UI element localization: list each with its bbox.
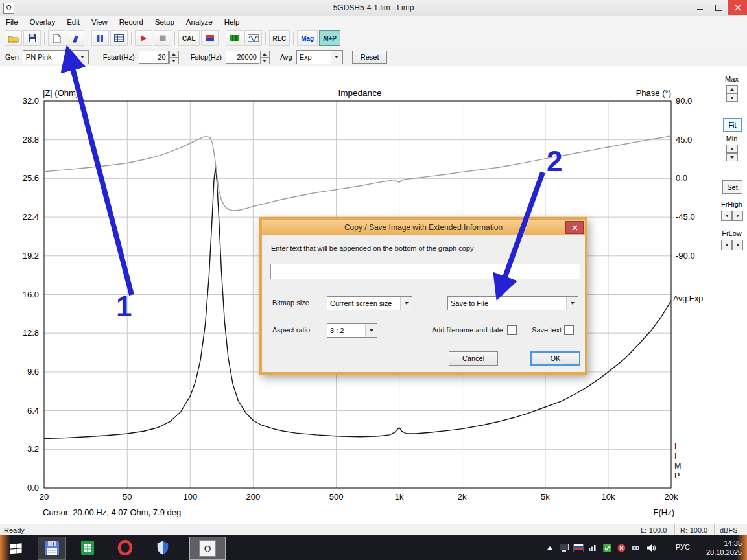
hidden-icons-button[interactable] — [545, 542, 555, 553]
taskbar-clock[interactable]: 14:35 28.10.2025 — [706, 539, 742, 557]
fstop-input[interactable] — [226, 51, 259, 64]
x-tick-label: 100 — [183, 492, 197, 502]
taskbar-defender-button[interactable] — [149, 537, 176, 559]
menu-record[interactable]: Record — [113, 17, 149, 27]
min-down-button[interactable] — [726, 153, 738, 161]
aspect-ratio-dropdown[interactable]: 3 : 2 — [327, 323, 377, 338]
frhigh-left-button[interactable] — [721, 211, 732, 221]
save-destination-dropdown[interactable]: Save to File — [447, 296, 578, 310]
tray-network-icon[interactable] — [587, 542, 598, 553]
tray-flag-ru-icon[interactable] — [573, 542, 584, 553]
add-filename-date-label: Add filename and date — [416, 326, 503, 334]
mag-button[interactable]: Mag — [297, 30, 318, 46]
cal-button[interactable]: CAL — [178, 30, 200, 46]
fstop-down-button[interactable] — [260, 57, 270, 64]
left-tick-label: 22.4 — [23, 212, 39, 222]
x-tick-label: 10k — [601, 492, 615, 502]
menu-setup[interactable]: Setup — [149, 17, 180, 27]
tray-usb-icon[interactable] — [630, 542, 641, 553]
save-button[interactable] — [23, 30, 41, 46]
menu-bar: File Overlay Edit View Record Setup Anal… — [0, 16, 747, 29]
copy-image-button[interactable] — [48, 30, 65, 46]
minimize-button[interactable] — [691, 0, 709, 15]
generator-button[interactable] — [226, 30, 243, 46]
dialog-title-bar[interactable]: Copy / Save Image with Extended Informat… — [262, 220, 585, 235]
menu-overlay[interactable]: Overlay — [24, 17, 62, 27]
tray-green-status-icon[interactable] — [602, 542, 612, 553]
close-icon — [572, 225, 578, 231]
rlc-button[interactable]: RLC — [269, 30, 290, 46]
ok-button[interactable]: OK — [530, 351, 580, 366]
taskbar-sheets-app-button[interactable] — [74, 537, 101, 559]
generator-icon — [230, 34, 239, 42]
max-down-button[interactable] — [726, 93, 738, 102]
main-toolbar: CAL RLC Mag M+P — [0, 29, 747, 49]
fstart-input[interactable] — [139, 51, 169, 64]
x-tick-label: 20 — [40, 492, 49, 502]
open-button[interactable] — [5, 30, 22, 46]
stop-button[interactable] — [154, 30, 171, 46]
polarity-button[interactable] — [201, 30, 219, 46]
dialog-close-button[interactable] — [565, 221, 584, 234]
reset-button[interactable]: Reset — [352, 51, 388, 64]
copy-page-icon — [53, 34, 62, 43]
right-tick-label: -90.0 — [676, 251, 695, 261]
toolbar-separator — [293, 32, 294, 45]
overlay-button[interactable] — [67, 30, 84, 46]
menu-edit[interactable]: Edit — [61, 17, 86, 27]
pause-icon — [97, 34, 104, 43]
maximize-button[interactable] — [709, 0, 728, 15]
right-tick-label: -45.0 — [676, 212, 695, 222]
max-label: Max — [717, 75, 747, 83]
fit-button[interactable]: Fit — [723, 118, 742, 132]
x-tick-label: 200 — [246, 492, 260, 502]
max-up-button[interactable] — [726, 85, 738, 93]
tray-red-badge-icon[interactable] — [616, 542, 626, 553]
dialog-title: Copy / Save Image with Extended Informat… — [344, 223, 503, 232]
mag-phase-button[interactable]: M+P — [319, 30, 340, 46]
left-tick-label: 6.4 — [27, 406, 39, 415]
signal-button[interactable] — [244, 30, 262, 46]
frlow-left-button[interactable] — [721, 240, 732, 250]
left-tick-label: 0.0 — [27, 483, 39, 493]
cancel-button[interactable]: Cancel — [449, 351, 498, 366]
record-button[interactable] — [135, 30, 152, 46]
toolbar-separator — [44, 32, 45, 45]
menu-view[interactable]: View — [86, 17, 113, 27]
right-tick-label: 0.0 — [676, 173, 687, 183]
menu-file[interactable]: File — [0, 17, 24, 27]
chart-title: Impedance — [305, 88, 415, 98]
close-button[interactable] — [728, 0, 747, 15]
dropdown-arrow-icon — [400, 297, 412, 310]
append-text-input[interactable] — [270, 264, 580, 279]
taskbar-save-app-button[interactable] — [38, 537, 66, 560]
left-tick-label: 16.0 — [23, 290, 39, 299]
menu-help[interactable]: Help — [219, 17, 246, 27]
shield-icon — [155, 540, 171, 555]
language-indicator[interactable]: РУС — [676, 543, 690, 551]
taskbar-opera-button[interactable] — [112, 537, 139, 559]
tray-monitor-icon[interactable] — [559, 542, 569, 553]
taskbar: Ω РУС 14:35 28.10.2025 — [0, 535, 747, 560]
menu-analyze[interactable]: Analyze — [180, 17, 219, 27]
avg-dropdown[interactable]: Exp — [296, 50, 343, 64]
save-text-label: Save text — [523, 326, 562, 334]
right-axis-title: Phase (°) — [606, 88, 671, 98]
fstart-down-button[interactable] — [169, 57, 179, 64]
fstart-label: Fstart(Hz) — [103, 53, 135, 61]
add-filename-date-checkbox[interactable] — [507, 325, 517, 335]
clock-date: 28.10.2025 — [706, 548, 742, 557]
table-button[interactable] — [110, 30, 128, 46]
start-button[interactable] — [1, 537, 31, 559]
bitmap-size-dropdown[interactable]: Current screen size — [327, 296, 412, 310]
frhigh-right-button[interactable] — [732, 211, 743, 221]
set-button[interactable]: Set — [722, 180, 742, 194]
left-tick-label: 12.8 — [23, 328, 39, 338]
pause-button[interactable] — [91, 30, 109, 46]
taskbar-limp-button[interactable]: Ω — [189, 537, 226, 560]
frlow-right-button[interactable] — [732, 240, 743, 250]
tray-volume-icon[interactable] — [646, 542, 656, 553]
generator-type-dropdown[interactable]: PN Pink — [23, 50, 89, 64]
min-up-button[interactable] — [726, 145, 738, 153]
save-text-checkbox[interactable] — [564, 325, 574, 335]
